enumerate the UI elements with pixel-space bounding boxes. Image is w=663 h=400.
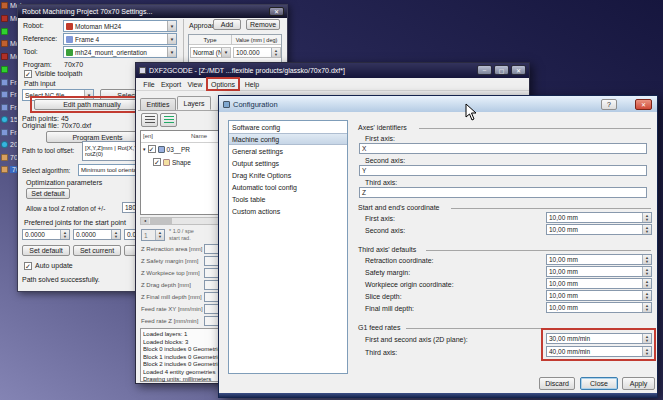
nav-item-general-settings[interactable]: General settings — [229, 145, 347, 157]
tree-column-name[interactable]: Name — [191, 133, 207, 139]
slice-depth-field[interactable]: 10,00 mm▲▼ — [546, 290, 652, 301]
tree-item[interactable] — [1, 66, 10, 73]
spinner-buttons[interactable]: ▲▼ — [111, 230, 120, 239]
nav-item-machine-config[interactable]: Machine config — [229, 133, 347, 145]
slice-depth-label: Slice depth: — [365, 293, 402, 300]
scrollbar-thumb[interactable] — [150, 218, 172, 224]
joint2-field[interactable]: 0.0000▲▼ — [73, 229, 121, 240]
nav-item-tools-table[interactable]: Tools table — [229, 193, 347, 205]
first-axis-field[interactable]: X — [359, 143, 647, 154]
tool-dropdown[interactable]: mh24_mount_orientation ▼ — [63, 46, 177, 58]
second-axis-label: Second axis: — [365, 157, 405, 164]
close-button[interactable]: Close — [580, 377, 618, 390]
auto-update-checkbox[interactable]: ✓ — [24, 262, 32, 270]
window-titlebar[interactable]: Robot Machining Project 70x70 Settings..… — [18, 5, 287, 18]
window-titlebar[interactable]: DXF2GCODE - [Z:/MDT ...flexible products… — [136, 63, 529, 78]
third-axis-field[interactable]: Z — [359, 187, 647, 198]
spinner-buttons[interactable]: ▲▼ — [642, 267, 651, 276]
minimize-icon[interactable]: – — [477, 65, 492, 75]
apply-button[interactable]: Apply — [622, 377, 655, 390]
scroll-left-icon[interactable]: ◂ — [141, 218, 149, 224]
layer-checkbox[interactable]: ✓ — [148, 145, 156, 153]
frame-icon — [1, 79, 8, 86]
spinner-buttons[interactable]: ▲▼ — [642, 291, 651, 300]
robot-dropdown[interactable]: Motoman MH24 ▼ — [63, 20, 177, 32]
retraction-field[interactable]: 10,00 mm▲▼ — [546, 254, 652, 265]
startend-first-axis-field[interactable]: 10,00 mm▲▼ — [546, 212, 652, 223]
spinner-buttons[interactable]: ▲▼ — [642, 303, 651, 312]
joint1-field[interactable]: 0.0000▲▼ — [22, 229, 70, 240]
slice-depth-value: 10,00 mm — [549, 292, 578, 299]
menu-export[interactable]: Export — [159, 78, 183, 91]
expander-icon[interactable]: ▾ — [143, 146, 146, 152]
window-controls: – ▢ ✕ — [475, 65, 526, 75]
param-label: Z Final mill depth [mm] — [141, 294, 202, 300]
spinner-buttons[interactable]: ▲▼ — [155, 230, 164, 240]
help-icon[interactable]: ? — [601, 99, 617, 110]
spinner-buttons[interactable]: ▲▼ — [642, 225, 651, 234]
tab-layers[interactable]: Layers — [177, 96, 211, 110]
first-axis-label: First axis: — [365, 135, 395, 142]
final-mill-depth-field[interactable]: 10,00 mm▲▼ — [546, 302, 652, 313]
close-icon[interactable]: ✕ — [511, 65, 526, 75]
set-default-joints-button[interactable]: Set default — [22, 245, 70, 256]
spinner-buttons[interactable]: ▲▼ — [642, 213, 651, 222]
menu-view[interactable]: View — [185, 78, 205, 91]
tolerance-spinner[interactable]: 1 ▲▼ — [141, 229, 165, 241]
set-default-button[interactable]: Set default — [26, 188, 70, 199]
menu-help[interactable]: Help — [242, 78, 262, 91]
startend-second-axis-field[interactable]: 10,00 mm▲▼ — [546, 224, 652, 235]
discard-button[interactable]: Discard — [539, 377, 575, 390]
close-icon[interactable]: ✕ — [635, 99, 652, 110]
spinner-note-line1: * 1.0 / spe — [169, 228, 194, 235]
add-button[interactable]: Add — [213, 19, 241, 30]
nav-item-software-config[interactable]: Software config — [229, 121, 347, 133]
menu-file[interactable]: File — [141, 78, 157, 91]
tree-row[interactable]: ▾ ✓ 03__PR — [143, 145, 190, 153]
nav-item-output-settings[interactable]: Output settings — [229, 157, 347, 169]
tool-icon — [1, 15, 8, 22]
spinner-buttons[interactable]: ▲▼ — [271, 48, 280, 57]
tree-item[interactable] — [1, 28, 10, 35]
param-label: Feed rate Z [mm/min] — [141, 318, 198, 324]
set-current-button[interactable]: Set current — [73, 245, 121, 256]
feed-2d-label: First and second axis (2D plane): — [365, 336, 468, 343]
approach-type-dropdown[interactable]: Normal (N) ▼ — [190, 47, 231, 58]
list-view-icon[interactable] — [141, 113, 158, 127]
nav-item-drag-knife-options[interactable]: Drag Knife Options — [229, 169, 347, 181]
chevron-down-icon: ▼ — [167, 21, 176, 31]
maximize-icon[interactable]: ▢ — [494, 65, 509, 75]
group-title-feedrates: G1 feed rates — [358, 324, 400, 331]
joint1-value: 0.0000 — [25, 231, 45, 238]
group-line — [419, 128, 651, 129]
tree-row[interactable]: ✓ Shape — [153, 158, 191, 166]
workpiece-origin-field[interactable]: 10,00 mm▲▼ — [546, 278, 652, 289]
dialog-titlebar[interactable]: Configuration — [219, 96, 657, 112]
shape-checkbox[interactable]: ✓ — [153, 158, 161, 166]
configuration-dialog: Configuration ? ✕ Software config Machin… — [218, 95, 658, 398]
value-column-header[interactable]: Value (mm | deg) — [232, 35, 281, 45]
tree-item[interactable]: 15 — [1, 116, 18, 123]
visible-toolpath-label: Visible toolpath — [35, 70, 82, 77]
tree-view-icon[interactable] — [160, 113, 177, 127]
edit-path-manually-button[interactable]: Edit path manually — [34, 99, 150, 110]
tab-entities[interactable]: Entities — [140, 98, 176, 110]
tree-item[interactable]: 20 — [1, 141, 18, 148]
visible-toolpath-checkbox[interactable]: ✓ — [24, 70, 32, 78]
spinner-buttons[interactable]: ▲▼ — [642, 279, 651, 288]
chevron-down-icon: ▼ — [167, 47, 176, 57]
status-text: Path solved successfully. — [22, 276, 100, 283]
safety-margin-field[interactable]: 10,00 mm▲▼ — [546, 266, 652, 277]
spinner-buttons[interactable]: ▲▼ — [60, 230, 69, 239]
spinner-buttons[interactable]: ▲▼ — [642, 255, 651, 264]
nav-item-automatic-tool-config[interactable]: Automatic tool config — [229, 181, 347, 193]
type-column-header[interactable]: Type — [189, 35, 232, 45]
remove-button[interactable]: Remove — [246, 19, 280, 30]
approach-value-field[interactable]: 100.000 ▲▼ — [233, 47, 281, 58]
nav-item-custom-actions[interactable]: Custom actions — [229, 205, 347, 217]
tree-column-en[interactable]: [en] — [143, 133, 153, 139]
reference-dropdown[interactable]: Frame 4 ▼ — [63, 33, 177, 45]
second-axis-field[interactable]: Y — [359, 165, 647, 176]
close-icon[interactable]: ✕ — [269, 7, 284, 16]
shape-name: Shape — [172, 159, 191, 166]
